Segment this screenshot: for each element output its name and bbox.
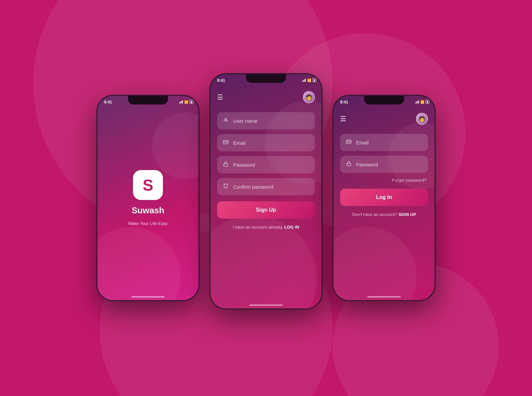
login-lock-icon <box>345 161 352 168</box>
status-icons-2: 📶 ▮ <box>302 78 316 82</box>
confirm-password-placeholder: Confirm password <box>233 184 273 190</box>
lock-icon <box>222 161 229 168</box>
phone-signup: 9:41 📶 ▮ ☰ 🧑 <box>209 73 323 309</box>
login-link[interactable]: LOG IN <box>284 225 299 230</box>
status-icons-3: 📶 ▮ <box>415 100 429 104</box>
svg-rect-3 <box>346 140 351 144</box>
no-account-text: Don't have an account? SIGN UP <box>340 212 428 217</box>
username-placeholder: User name <box>233 118 257 124</box>
phones-container: 9:41 📶 ▮ S Suwash Make Your Life Easy <box>96 87 436 309</box>
login-password-field[interactable]: Password <box>340 156 428 173</box>
battery-icon-3: ▮ <box>426 100 429 104</box>
login-email-placeholder: Email <box>356 140 369 145</box>
notch-1 <box>128 96 168 104</box>
logo-circle: S <box>133 170 163 200</box>
login-header: ☰ 🧑 <box>333 110 435 127</box>
confirm-password-field[interactable]: Confirm password <box>217 178 315 195</box>
avatar-login[interactable]: 🧑 <box>416 113 428 125</box>
home-bar-2 <box>249 304 283 306</box>
battery-icon-1: ▮ <box>190 100 193 104</box>
signal-icon-3 <box>415 100 419 103</box>
avatar-signup[interactable]: 🧑 <box>303 91 315 103</box>
signal-icon-2 <box>302 79 306 82</box>
svg-rect-1 <box>223 140 228 144</box>
email-icon <box>222 139 229 146</box>
password-field[interactable]: Password <box>217 156 315 173</box>
phone-splash: 9:41 📶 ▮ S Suwash Make Your Life Easy <box>96 95 200 301</box>
shield-icon <box>222 183 229 190</box>
menu-icon-signup[interactable]: ☰ <box>217 94 223 100</box>
svg-point-0 <box>225 118 226 120</box>
splash-content: S Suwash Make Your Life Easy <box>97 96 199 300</box>
signal-icon-1 <box>179 100 183 103</box>
menu-icon-login[interactable]: ☰ <box>340 115 346 122</box>
login-button[interactable]: Log In <box>340 189 428 206</box>
forgot-password[interactable]: Forgot password? <box>340 178 428 183</box>
login-form: Email Password Forgot password? Log In <box>333 127 435 300</box>
user-icon <box>222 117 229 124</box>
home-bar-1 <box>131 296 165 297</box>
signup-form: User name Email Password <box>210 105 322 308</box>
email-placeholder: Email <box>233 140 246 146</box>
wifi-icon-1: 📶 <box>184 100 188 104</box>
have-account-text: I have an account already. LOG IN <box>217 225 315 230</box>
status-icons-1: 📶 ▮ <box>179 100 193 104</box>
wifi-icon-3: 📶 <box>420 100 424 104</box>
login-email-field[interactable]: Email <box>340 134 428 151</box>
svg-rect-2 <box>224 164 228 166</box>
phone-login: 9:41 📶 ▮ ☰ 🧑 <box>332 95 436 301</box>
battery-icon-2: ▮ <box>313 78 316 82</box>
svg-rect-4 <box>347 163 351 166</box>
login-password-placeholder: Password <box>356 162 378 167</box>
home-bar-3 <box>367 296 401 297</box>
app-tagline: Make Your Life Easy <box>128 221 168 226</box>
wifi-icon-2: 📶 <box>307 79 311 82</box>
password-placeholder: Password <box>233 162 255 168</box>
signup-link[interactable]: SIGN UP <box>398 212 416 217</box>
signup-button[interactable]: Sign Up <box>217 201 315 219</box>
username-field[interactable]: User name <box>217 112 315 129</box>
app-name: Suwash <box>132 205 164 216</box>
notch-3 <box>364 96 404 104</box>
logo-letter: S <box>143 176 153 194</box>
login-email-icon <box>345 139 352 146</box>
email-field[interactable]: Email <box>217 134 315 151</box>
signup-header: ☰ 🧑 <box>210 89 322 105</box>
notch-2 <box>246 74 286 83</box>
